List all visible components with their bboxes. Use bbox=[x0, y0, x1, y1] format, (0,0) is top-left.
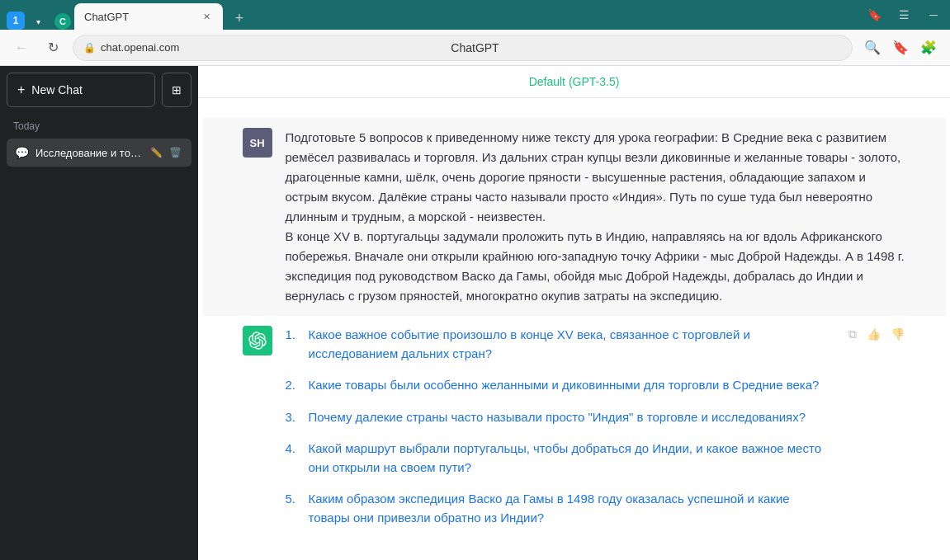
chat-icon: 💬 bbox=[15, 146, 29, 159]
question-2-text: Какие товары были особенно желанными и д… bbox=[309, 376, 820, 395]
user-avatar: SH bbox=[243, 128, 272, 158]
question-1-text: Какое важное событие произошло в конце X… bbox=[309, 326, 834, 363]
reload-button[interactable]: ↻ bbox=[41, 36, 64, 59]
sidebar-layout-button[interactable]: ⊞ bbox=[162, 73, 191, 107]
new-tab-button[interactable]: + bbox=[228, 7, 251, 30]
layout-icon: ⊞ bbox=[172, 83, 182, 96]
thumbs-up-button[interactable]: 👍 bbox=[865, 326, 882, 342]
assistant-message-content: 1. Какое важное событие произошло в конц… bbox=[286, 326, 834, 540]
address-field[interactable]: 🔒 chat.openai.com bbox=[73, 35, 853, 61]
back-button[interactable]: ← bbox=[10, 36, 33, 59]
question-list: 1. Какое важное событие произошло в конц… bbox=[286, 326, 834, 527]
question-5-text: Каким образом экспедиция Васко да Гамы в… bbox=[309, 490, 834, 527]
edit-chat-button[interactable]: ✏️ bbox=[149, 145, 164, 160]
tab-number-badge: 1 bbox=[7, 12, 25, 30]
sidebar-item-chat1[interactable]: 💬 Исследование и торго ✏️ 🗑️ bbox=[7, 139, 191, 167]
model-selector-button[interactable]: Default (GPT-3.5) bbox=[529, 75, 620, 88]
address-bar: ← ↻ 🔒 chat.openai.com ChatGPT 🔍 🔖 🧩 bbox=[0, 30, 950, 66]
chat-messages: SH Подготовьте 5 вопросов к приведенному… bbox=[198, 98, 950, 560]
user-message-content: Подготовьте 5 вопросов к приведенному ни… bbox=[286, 128, 906, 306]
lock-icon: 🔒 bbox=[83, 42, 96, 54]
question-4-num: 4. bbox=[286, 440, 302, 477]
thumbs-down-button[interactable]: 👎 bbox=[889, 326, 906, 342]
tab-title: ChatGPT bbox=[84, 11, 193, 23]
new-chat-label: New Chat bbox=[31, 83, 82, 96]
copy-message-button[interactable]: ⧉ bbox=[847, 326, 858, 343]
question-1-num: 1. bbox=[286, 326, 302, 363]
question-3: 3. Почему далекие страны часто называли … bbox=[286, 408, 834, 427]
address-text: chat.openai.com bbox=[101, 41, 179, 54]
search-icon[interactable]: 🔍 bbox=[861, 36, 884, 59]
browser-controls-right: 🔖 ☰ ─ bbox=[864, 5, 943, 25]
message-action-buttons: ⧉ 👍 👎 bbox=[847, 326, 906, 540]
menu-icon[interactable]: ☰ bbox=[894, 5, 914, 25]
chatgpt-favicon: C bbox=[54, 13, 71, 30]
model-header: Default (GPT-3.5) bbox=[198, 66, 950, 98]
sidebar-top-bar: + New Chat ⊞ bbox=[7, 73, 191, 107]
question-1: 1. Какое важное событие произошло в конц… bbox=[286, 326, 834, 363]
delete-chat-button[interactable]: 🗑️ bbox=[168, 145, 183, 160]
addressbar-right-buttons: 🔍 🔖 🧩 bbox=[861, 36, 940, 59]
question-5: 5. Каким образом экспедиция Васко да Гам… bbox=[286, 490, 834, 527]
gpt-avatar bbox=[243, 326, 272, 355]
browser-titlebar: 1 ▾ C ChatGPT ✕ + 🔖 ☰ ─ bbox=[0, 0, 950, 30]
question-4: 4. Какой маршрут выбрали португальцы, чт… bbox=[286, 440, 834, 477]
main-layout: + New Chat ⊞ Today 💬 Исследование и торг… bbox=[0, 66, 950, 560]
tab-close-button[interactable]: ✕ bbox=[200, 10, 213, 23]
bookmark-bar-icon[interactable]: 🔖 bbox=[889, 36, 912, 59]
chat-area: Default (GPT-3.5) SH Подготовьте 5 вопро… bbox=[198, 66, 950, 560]
question-5-num: 5. bbox=[286, 490, 302, 527]
chat-item-actions: ✏️ 🗑️ bbox=[149, 145, 183, 160]
user-message-row: SH Подготовьте 5 вопросов к приведенному… bbox=[203, 118, 946, 316]
tab-dropdown-button[interactable]: ▾ bbox=[30, 13, 46, 30]
today-label: Today bbox=[7, 117, 191, 135]
question-2-num: 2. bbox=[286, 376, 302, 395]
sidebar: + New Chat ⊞ Today 💬 Исследование и торг… bbox=[0, 66, 198, 560]
extensions-icon[interactable]: 🧩 bbox=[917, 36, 940, 59]
bookmark-icon[interactable]: 🔖 bbox=[864, 5, 884, 25]
question-3-text: Почему далекие страны часто называли про… bbox=[309, 408, 806, 427]
question-4-text: Какой маршрут выбрали португальцы, чтобы… bbox=[309, 440, 834, 477]
new-chat-button[interactable]: + New Chat bbox=[7, 73, 155, 107]
plus-icon: + bbox=[17, 82, 25, 97]
active-tab[interactable]: ChatGPT ✕ bbox=[74, 3, 223, 30]
user-message-text: Подготовьте 5 вопросов к приведенному ни… bbox=[286, 128, 906, 306]
tab-bar: 1 ▾ C ChatGPT ✕ + bbox=[7, 0, 861, 30]
assistant-message-row: 1. Какое важное событие произошло в конц… bbox=[203, 316, 946, 550]
question-3-num: 3. bbox=[286, 408, 302, 427]
question-2: 2. Какие товары были особенно желанными … bbox=[286, 376, 834, 395]
chat-item-text: Исследование и торго bbox=[35, 147, 142, 159]
minimize-button[interactable]: ─ bbox=[924, 5, 943, 25]
